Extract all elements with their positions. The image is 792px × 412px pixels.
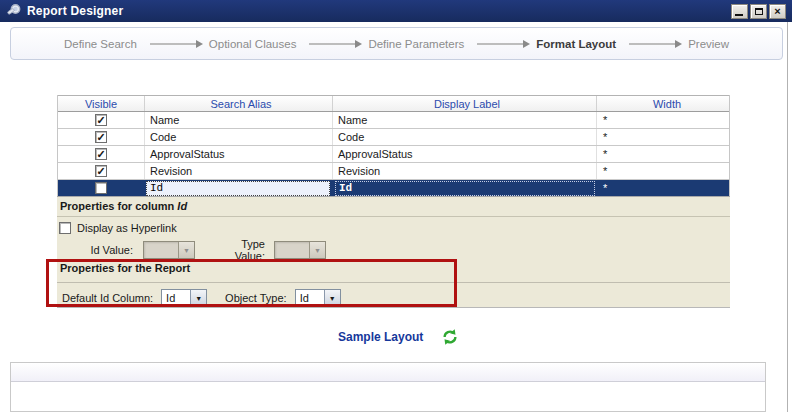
object-type-select[interactable]: Id ▼ bbox=[295, 289, 341, 307]
window-title: Report Designer bbox=[27, 4, 123, 18]
search-alias-cell[interactable]: ApprovalStatus bbox=[145, 146, 333, 162]
column-header-visible[interactable]: Visible bbox=[58, 96, 145, 111]
display-label-selected: Id bbox=[335, 181, 595, 196]
step-arrow-icon bbox=[150, 43, 196, 45]
wizard-step-define-search[interactable]: Define Search bbox=[64, 38, 137, 50]
search-alias-cell[interactable]: Name bbox=[145, 112, 333, 128]
width-cell[interactable]: * bbox=[597, 163, 731, 179]
section-divider bbox=[57, 282, 730, 283]
display-label-cell[interactable]: Code bbox=[333, 129, 597, 145]
object-type-label: Object Type: bbox=[225, 292, 287, 304]
visible-checkbox[interactable]: ✓ bbox=[95, 131, 107, 143]
visible-checkbox[interactable] bbox=[95, 182, 107, 194]
chevron-down-icon: ▼ bbox=[324, 290, 340, 306]
step-arrow-icon bbox=[477, 43, 523, 45]
visible-checkbox[interactable]: ✓ bbox=[95, 148, 107, 160]
column-properties-header: Properties for column Id bbox=[57, 197, 730, 217]
sample-layout-grid bbox=[10, 362, 766, 412]
visible-cell bbox=[58, 180, 145, 196]
column-header-display-label[interactable]: Display Label bbox=[333, 96, 597, 111]
display-as-hyperlink-checkbox[interactable] bbox=[59, 222, 71, 234]
refresh-icon[interactable] bbox=[442, 329, 458, 345]
default-id-column-select[interactable]: Id ▼ bbox=[161, 289, 207, 307]
width-cell[interactable]: * bbox=[597, 129, 731, 145]
table-row[interactable]: IdId* bbox=[58, 180, 729, 197]
id-value-select: ▼ bbox=[143, 241, 195, 259]
search-alias-cell[interactable]: Code bbox=[145, 129, 333, 145]
display-label-cell[interactable]: Revision bbox=[333, 163, 597, 179]
search-alias-cell[interactable]: Revision bbox=[145, 163, 333, 179]
wizard-step-preview[interactable]: Preview bbox=[688, 38, 729, 50]
window-right-border bbox=[787, 22, 788, 412]
wizard-step-optional-clauses[interactable]: Optional Clauses bbox=[209, 38, 297, 50]
columns-grid-header-row: VisibleSearch AliasDisplay LabelWidth bbox=[58, 95, 729, 112]
table-row[interactable]: ✓ApprovalStatusApprovalStatus* bbox=[58, 146, 729, 163]
width-cell[interactable]: * bbox=[597, 112, 731, 128]
report-properties-header: Properties for the Report bbox=[57, 259, 730, 279]
step-arrow-icon bbox=[629, 43, 675, 45]
table-row[interactable]: ✓NameName* bbox=[58, 112, 729, 129]
type-value-select: ▼ bbox=[274, 241, 326, 259]
properties-panel: Properties for column Id Display as Hype… bbox=[57, 196, 730, 308]
chevron-down-icon: ▼ bbox=[309, 242, 325, 258]
table-row[interactable]: ✓CodeCode* bbox=[58, 129, 729, 146]
report-designer-window: Report Designer × Define SearchOptional … bbox=[0, 0, 792, 412]
wizard-step-format-layout[interactable]: Format Layout bbox=[536, 38, 616, 50]
display-label-cell[interactable]: ApprovalStatus bbox=[333, 146, 597, 162]
table-row[interactable]: ✓RevisionRevision* bbox=[58, 163, 729, 180]
sample-layout-label: Sample Layout bbox=[338, 330, 423, 344]
id-value-label: Id Value: bbox=[57, 244, 133, 256]
search-alias-cell[interactable]: Id bbox=[145, 180, 333, 196]
wizard-step-define-parameters[interactable]: Define Parameters bbox=[368, 38, 464, 50]
default-id-column-selected: Id bbox=[162, 292, 190, 304]
visible-checkbox[interactable]: ✓ bbox=[95, 165, 107, 177]
default-id-column-label: Default Id Column: bbox=[62, 292, 153, 304]
columns-grid: VisibleSearch AliasDisplay LabelWidth ✓N… bbox=[57, 95, 730, 197]
sample-grid-header-row bbox=[11, 363, 765, 382]
column-properties-column-name: Id bbox=[177, 200, 187, 212]
column-properties-title: Properties for column bbox=[60, 200, 174, 212]
maximize-button[interactable] bbox=[750, 4, 767, 19]
chevron-down-icon: ▼ bbox=[190, 290, 206, 306]
display-label-cell[interactable]: Name bbox=[333, 112, 597, 128]
column-header-search-alias[interactable]: Search Alias bbox=[145, 96, 333, 111]
minimize-icon bbox=[735, 14, 743, 16]
object-type-selected: Id bbox=[296, 292, 324, 304]
close-icon: × bbox=[774, 6, 780, 16]
visible-cell: ✓ bbox=[58, 146, 145, 162]
display-label-cell[interactable]: Id bbox=[333, 180, 597, 196]
visible-checkbox[interactable]: ✓ bbox=[95, 114, 107, 126]
display-as-hyperlink-label: Display as Hyperlink bbox=[77, 222, 177, 234]
search-alias-edit-box[interactable]: Id bbox=[146, 181, 330, 196]
step-arrow-icon bbox=[309, 43, 355, 45]
visible-cell: ✓ bbox=[58, 163, 145, 179]
wizard-breadcrumb: Define SearchOptional ClausesDefine Para… bbox=[10, 27, 783, 60]
title-bar: Report Designer × bbox=[0, 0, 792, 22]
close-button[interactable]: × bbox=[769, 4, 786, 19]
maximize-icon bbox=[755, 8, 763, 15]
minimize-button[interactable] bbox=[731, 4, 748, 19]
column-header-width[interactable]: Width bbox=[597, 96, 731, 111]
magnifier-icon bbox=[6, 3, 22, 19]
report-properties-title: Properties for the Report bbox=[60, 262, 190, 274]
width-cell[interactable]: * bbox=[597, 180, 731, 196]
visible-cell: ✓ bbox=[58, 112, 145, 128]
chevron-down-icon: ▼ bbox=[178, 242, 194, 258]
visible-cell: ✓ bbox=[58, 129, 145, 145]
width-cell[interactable]: * bbox=[597, 146, 731, 162]
